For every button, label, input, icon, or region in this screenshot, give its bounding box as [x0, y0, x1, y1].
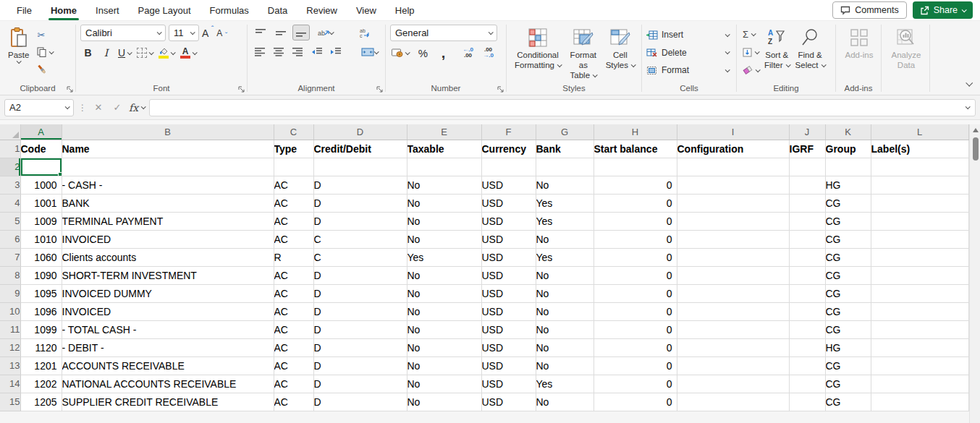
cell-C14[interactable]: AC — [274, 375, 313, 393]
cell-L2[interactable] — [871, 158, 968, 176]
decrease-indent-button[interactable] — [309, 44, 325, 60]
merge-center-button[interactable] — [357, 44, 382, 60]
cell-L15[interactable] — [871, 393, 968, 411]
menu-tab-formulas[interactable]: Formulas — [200, 0, 258, 20]
cell-B3[interactable]: - CASH - — [62, 176, 274, 194]
cell-A2[interactable] — [20, 158, 62, 176]
cell-A14[interactable]: 1202 — [20, 375, 62, 393]
cell-A10[interactable]: 1096 — [20, 302, 62, 320]
select-all-corner[interactable] — [0, 124, 20, 140]
sort-filter-button[interactable]: AZ Sort & Filter — [762, 25, 792, 81]
cell-E8[interactable]: No — [407, 266, 481, 284]
cell-H4[interactable]: 0 — [594, 194, 677, 212]
cell-C5[interactable]: AC — [274, 212, 313, 230]
cell-J13[interactable] — [789, 356, 825, 375]
cell-J11[interactable] — [789, 320, 825, 338]
number-format-combo[interactable]: General — [390, 25, 497, 41]
scroll-up-arrow-icon[interactable] — [973, 128, 979, 132]
cell-H1[interactable]: Start balance — [594, 140, 677, 158]
cell-G9[interactable]: No — [536, 284, 594, 302]
cell-L6[interactable] — [871, 230, 968, 248]
cell-I4[interactable] — [677, 194, 789, 212]
scrollbar-thumb[interactable] — [973, 137, 979, 161]
cell-G8[interactable]: No — [536, 266, 594, 284]
cell-E10[interactable]: No — [407, 302, 481, 320]
comments-button[interactable]: Comments — [832, 1, 906, 19]
insert-cells-button[interactable]: Insert — [646, 26, 733, 43]
cell-I7[interactable] — [677, 248, 789, 266]
cut-button[interactable]: ✂ — [37, 27, 53, 43]
cell-G15[interactable]: No — [536, 393, 594, 411]
cell-I9[interactable] — [677, 284, 789, 302]
wrap-text-button[interactable]: abc — [356, 25, 373, 40]
cell-B9[interactable]: INVOICED DUMMY — [62, 284, 274, 302]
cell-D5[interactable]: D — [313, 212, 407, 230]
cell-E15[interactable]: No — [407, 393, 481, 411]
row-header-5[interactable]: 5 — [0, 212, 20, 230]
underline-button[interactable]: U — [117, 45, 132, 61]
cell-E13[interactable]: No — [407, 356, 481, 375]
cell-A6[interactable]: 1010 — [20, 230, 62, 248]
copy-button[interactable] — [37, 44, 53, 60]
menu-tab-file[interactable]: File — [7, 0, 41, 20]
row-header-10[interactable]: 10 — [0, 302, 20, 320]
delete-cells-button[interactable]: Delete — [646, 44, 733, 61]
accounting-format-button[interactable] — [390, 45, 410, 61]
cell-C7[interactable]: R — [274, 248, 313, 266]
cell-E1[interactable]: Taxable — [407, 140, 481, 158]
cell-C10[interactable]: AC — [274, 302, 313, 320]
cell-F6[interactable]: USD — [481, 230, 536, 248]
increase-decimal-button[interactable]: ←.0.00 — [460, 45, 476, 61]
top-align-button[interactable] — [252, 25, 269, 40]
cell-G11[interactable]: No — [536, 320, 594, 338]
cell-A12[interactable]: 1120 — [20, 338, 62, 356]
analyze-data-button[interactable]: Analyze Data — [888, 25, 925, 81]
cell-C1[interactable]: Type — [274, 140, 313, 158]
cell-I11[interactable] — [677, 320, 789, 338]
cell-D7[interactable]: C — [313, 248, 407, 266]
cell-A1[interactable]: Code — [20, 140, 62, 158]
cell-B14[interactable]: NATIONAL ACCOUNTS RECEIVABLE — [62, 375, 274, 393]
cell-H9[interactable]: 0 — [594, 284, 677, 302]
increase-indent-button[interactable] — [328, 44, 344, 60]
cell-G10[interactable]: No — [536, 302, 594, 320]
cell-I15[interactable] — [677, 393, 789, 411]
increase-font-size-button[interactable]: Aˆ — [202, 27, 214, 39]
cell-H5[interactable]: 0 — [594, 212, 677, 230]
cell-F1[interactable]: Currency — [481, 140, 536, 158]
cell-G12[interactable]: No — [536, 338, 594, 356]
find-select-button[interactable]: Find & Select — [793, 25, 827, 81]
cell-F4[interactable]: USD — [481, 194, 536, 212]
middle-align-button[interactable] — [272, 25, 290, 40]
cell-L10[interactable] — [871, 302, 968, 320]
cell-A9[interactable]: 1095 — [20, 284, 62, 302]
percent-style-button[interactable]: % — [415, 45, 431, 61]
comma-style-button[interactable]: , — [436, 45, 451, 61]
clear-button[interactable] — [743, 62, 759, 78]
enter-button[interactable]: ✓ — [110, 102, 124, 113]
cell-J7[interactable] — [789, 248, 825, 266]
font-color-button[interactable]: A — [179, 45, 198, 61]
cell-J12[interactable] — [789, 338, 825, 356]
cell-E3[interactable]: No — [407, 176, 481, 194]
menu-tab-page-layout[interactable]: Page Layout — [129, 0, 200, 20]
cell-D4[interactable]: D — [313, 194, 407, 212]
cell-A13[interactable]: 1201 — [20, 356, 62, 375]
fill-button[interactable] — [743, 44, 759, 60]
bottom-align-button[interactable] — [292, 25, 310, 40]
cell-J14[interactable] — [789, 375, 825, 393]
cell-H14[interactable]: 0 — [594, 375, 677, 393]
align-right-button[interactable] — [290, 44, 305, 60]
menu-tab-insert[interactable]: Insert — [86, 0, 129, 20]
cell-E2[interactable] — [407, 158, 481, 176]
cell-B15[interactable]: SUPPLIER CREDIT RECEIVABLE — [62, 393, 274, 411]
cell-J5[interactable] — [789, 212, 825, 230]
borders-button[interactable] — [135, 45, 154, 61]
cell-I12[interactable] — [677, 338, 789, 356]
clipboard-dialog-launcher[interactable] — [67, 86, 73, 93]
cell-G1[interactable]: Bank — [536, 140, 594, 158]
cell-J1[interactable]: IGRF — [789, 140, 825, 158]
cell-E9[interactable]: No — [407, 284, 481, 302]
row-header-2[interactable]: 2 — [0, 158, 20, 176]
column-header-G[interactable]: G — [536, 124, 594, 140]
